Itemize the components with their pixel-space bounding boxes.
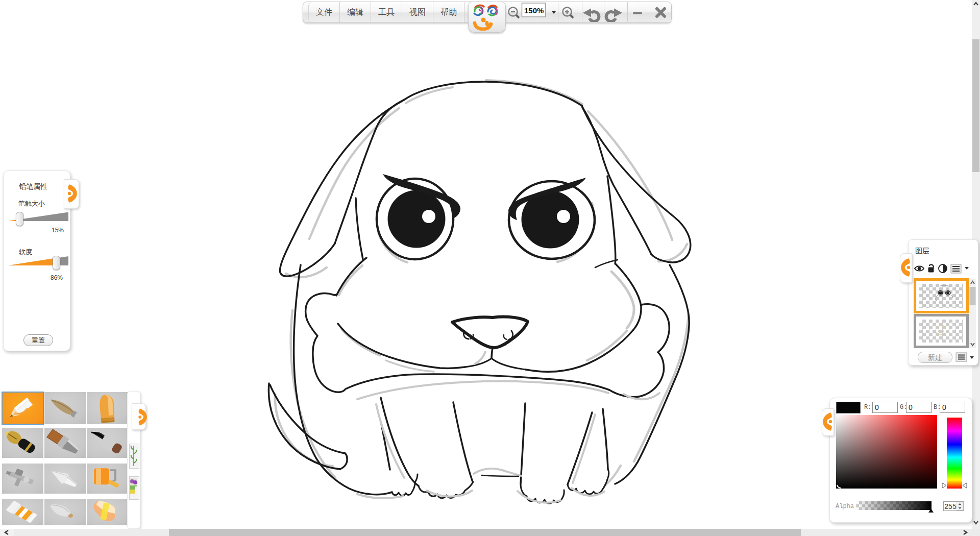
svg-text:150%: 150% [524,6,544,15]
